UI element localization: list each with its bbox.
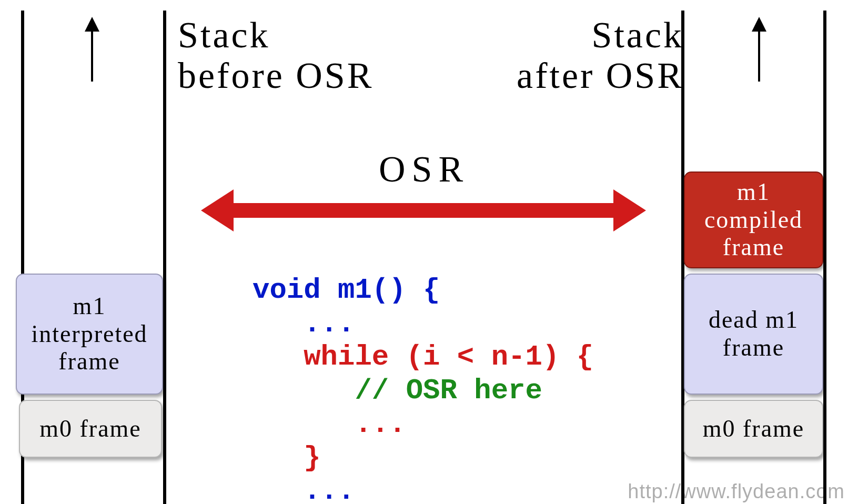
frame-label: m1 compiled frame	[687, 178, 820, 262]
title-stack-after: Stack after OSR	[405, 15, 684, 96]
frame-label: dead m1 frame	[687, 306, 820, 362]
title-line: Stack	[178, 15, 270, 55]
code-token: ...	[253, 408, 406, 440]
frame-label: m0 frame	[703, 415, 805, 443]
frame-m0-left: m0 frame	[19, 400, 162, 458]
frame-label: m0 frame	[39, 415, 142, 443]
watermark-url: http://www.flydean.com	[628, 480, 845, 503]
code-token: m1() {	[321, 274, 440, 306]
code-token: }	[253, 442, 321, 474]
frame-m1-interpreted: m1 interpreted frame	[16, 274, 163, 395]
title-stack-before: Stack before OSR	[178, 15, 373, 96]
code-token: while (i < n-1) {	[253, 341, 593, 373]
frame-m0-right: m0 frame	[684, 400, 823, 458]
frame-label: m1 interpreted frame	[19, 293, 160, 376]
stack-border-line	[163, 11, 166, 504]
double-arrow-icon	[205, 200, 642, 221]
code-token: ...	[253, 308, 355, 340]
stack-border-line	[823, 11, 826, 504]
title-line: before OSR	[178, 55, 373, 96]
code-token: // OSR here	[253, 375, 542, 407]
frame-m1-dead: dead m1 frame	[684, 274, 823, 395]
code-token: void	[253, 274, 321, 306]
code-token: ...	[253, 475, 355, 504]
title-line: after OSR	[517, 55, 684, 96]
code-block: void m1() { ... while (i < n-1) { // OSR…	[253, 274, 593, 504]
title-line: Stack	[591, 15, 684, 55]
frame-m1-compiled: m1 compiled frame	[684, 172, 823, 268]
